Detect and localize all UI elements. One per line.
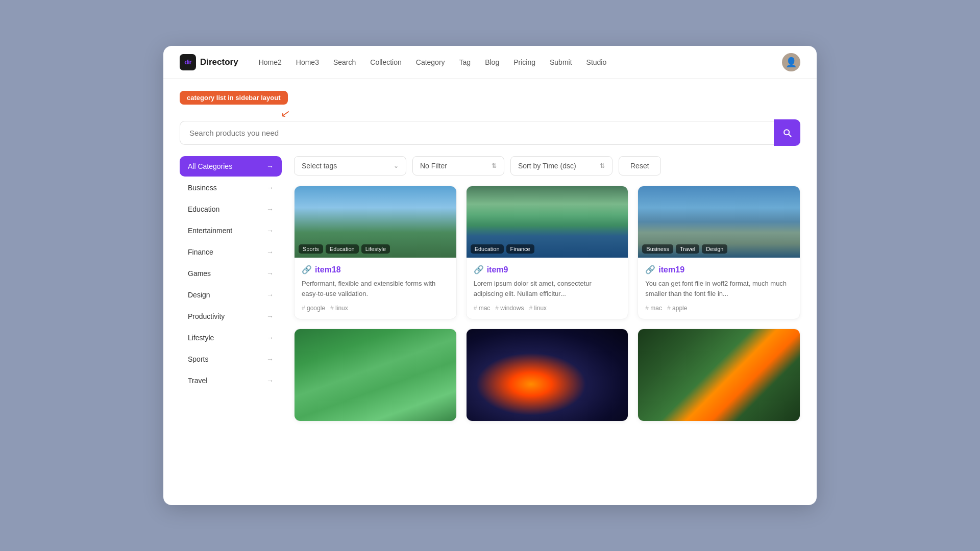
- card-tags: Education Finance: [471, 244, 534, 254]
- chevron-right-icon: →: [266, 377, 274, 385]
- item-icon: 🔗: [645, 265, 655, 274]
- hashtag: apple: [667, 305, 687, 312]
- card-body: 🔗 item9 Lorem ipsum dolor sit amet, cons…: [467, 258, 628, 319]
- sidebar-item-label: All Categories: [188, 162, 232, 170]
- card-body: 🔗 item18 Performant, flexible and extens…: [295, 258, 456, 319]
- chevron-right-icon: →: [266, 291, 274, 299]
- card-tags: Sports Education Lifestyle: [299, 244, 390, 254]
- hashtag: google: [302, 305, 325, 312]
- sidebar-item-label: Travel: [188, 377, 207, 385]
- sidebar-item-label: Education: [188, 205, 219, 213]
- sidebar-item-label: Business: [188, 184, 217, 192]
- avatar[interactable]: 👤: [782, 53, 800, 71]
- nav-blog[interactable]: Blog: [485, 58, 499, 66]
- card-image: [638, 329, 800, 421]
- card-image: Education Finance: [467, 186, 628, 258]
- nav-category[interactable]: Category: [416, 58, 445, 66]
- tag-chip: Finance: [506, 244, 534, 254]
- table-row: [638, 329, 800, 421]
- sidebar-item-finance[interactable]: Finance →: [180, 242, 282, 262]
- reset-button[interactable]: Reset: [619, 156, 661, 176]
- sidebar-item-label: Entertainment: [188, 227, 232, 235]
- chevron-down-icon: ⌄: [394, 162, 399, 169]
- sort-select[interactable]: Sort by Time (dsc) ⇅: [510, 156, 612, 176]
- card-image: Business Travel Design: [638, 186, 800, 258]
- sidebar-item-productivity[interactable]: Productivity →: [180, 306, 282, 327]
- updown-icon: ⇅: [600, 162, 605, 169]
- card-image: Sports Education Lifestyle: [295, 186, 456, 258]
- card-hashtags: mac windows linux: [474, 305, 621, 312]
- chevron-right-icon: →: [266, 334, 274, 342]
- filter-row: Select tags ⌄ No Filter ⇅ Sort by Time (…: [294, 156, 800, 176]
- card-title: 🔗 item9: [474, 265, 621, 274]
- tag-chip: Lifestyle: [361, 244, 390, 254]
- sidebar-item-label: Lifestyle: [188, 334, 214, 342]
- table-row: Sports Education Lifestyle 🔗 item18 Perf…: [294, 186, 457, 319]
- card-desc: Lorem ipsum dolor sit amet, consectetur …: [474, 279, 621, 298]
- chevron-right-icon: →: [266, 205, 274, 213]
- hashtag: linux: [330, 305, 348, 312]
- nav-search[interactable]: Search: [333, 58, 356, 66]
- nav-submit[interactable]: Submit: [550, 58, 572, 66]
- sidebar-item-label: Productivity: [188, 312, 225, 320]
- chevron-right-icon: →: [266, 227, 274, 235]
- nav-links: Home2 Home3 Search Collection Category T…: [259, 58, 782, 67]
- nav-tag[interactable]: Tag: [459, 58, 471, 66]
- sidebar-item-label: Finance: [188, 248, 213, 256]
- sidebar-item-all-categories[interactable]: All Categories →: [180, 156, 282, 177]
- card-hashtags: google linux: [302, 305, 449, 312]
- updown-icon: ⇅: [492, 162, 497, 169]
- app-window: dir Directory Home2 Home3 Search Collect…: [163, 46, 817, 505]
- nav-studio[interactable]: Studio: [586, 58, 607, 66]
- sidebar-item-education[interactable]: Education →: [180, 199, 282, 219]
- sidebar-item-lifestyle[interactable]: Lifestyle →: [180, 328, 282, 348]
- tags-filter[interactable]: Select tags ⌄: [294, 156, 406, 176]
- tag-chip: Sports: [299, 244, 323, 254]
- nav-home2[interactable]: Home2: [259, 58, 282, 66]
- table-row: [294, 329, 457, 421]
- hashtag: linux: [529, 305, 547, 312]
- item-icon: 🔗: [474, 265, 484, 274]
- tag-chip: Design: [702, 244, 727, 254]
- logo[interactable]: dir Directory: [180, 54, 238, 70]
- sidebar-item-business[interactable]: Business →: [180, 178, 282, 198]
- logo-icon: dir: [180, 54, 196, 70]
- table-row: Business Travel Design 🔗 item19 You can …: [638, 186, 800, 319]
- chevron-right-icon: →: [266, 162, 274, 170]
- search-icon: [782, 128, 792, 138]
- sidebar-item-label: Design: [188, 291, 210, 299]
- nav-collection[interactable]: Collection: [370, 58, 401, 66]
- nav-home3[interactable]: Home3: [296, 58, 319, 66]
- sidebar: All Categories → Business → Education → …: [180, 156, 282, 489]
- table-row: [466, 329, 629, 421]
- hashtag: mac: [645, 305, 662, 312]
- annotation-badge: category list in sidebar layout: [180, 91, 288, 105]
- tag-chip: Education: [471, 244, 504, 254]
- search-button[interactable]: [774, 119, 800, 146]
- chevron-right-icon: →: [266, 184, 274, 192]
- card-tags: Business Travel Design: [642, 244, 727, 254]
- content-area: Select tags ⌄ No Filter ⇅ Sort by Time (…: [294, 156, 800, 489]
- card-body: 🔗 item19 You can get font file in woff2 …: [638, 258, 800, 319]
- tag-chip: Business: [642, 244, 673, 254]
- chevron-right-icon: →: [266, 355, 274, 363]
- sidebar-item-travel[interactable]: Travel →: [180, 370, 282, 391]
- navbar: dir Directory Home2 Home3 Search Collect…: [163, 46, 817, 79]
- card-desc: Performant, flexible and extensible form…: [302, 279, 449, 298]
- sidebar-item-design[interactable]: Design →: [180, 285, 282, 305]
- cards-grid: Sports Education Lifestyle 🔗 item18 Perf…: [294, 186, 800, 421]
- sidebar-item-label: Sports: [188, 355, 208, 363]
- sidebar-item-label: Games: [188, 269, 211, 278]
- card-image: [467, 329, 628, 421]
- chevron-right-icon: →: [266, 248, 274, 256]
- card-title: 🔗 item18: [302, 265, 449, 274]
- main-content: All Categories → Business → Education → …: [163, 156, 817, 505]
- sidebar-item-entertainment[interactable]: Entertainment →: [180, 220, 282, 241]
- sidebar-item-games[interactable]: Games →: [180, 263, 282, 284]
- nav-pricing[interactable]: Pricing: [513, 58, 535, 66]
- search-banner: category list in sidebar layout ↙: [163, 79, 817, 156]
- hashtag: windows: [495, 305, 524, 312]
- search-input[interactable]: [180, 121, 774, 145]
- filter-select[interactable]: No Filter ⇅: [412, 156, 504, 176]
- sidebar-item-sports[interactable]: Sports →: [180, 349, 282, 369]
